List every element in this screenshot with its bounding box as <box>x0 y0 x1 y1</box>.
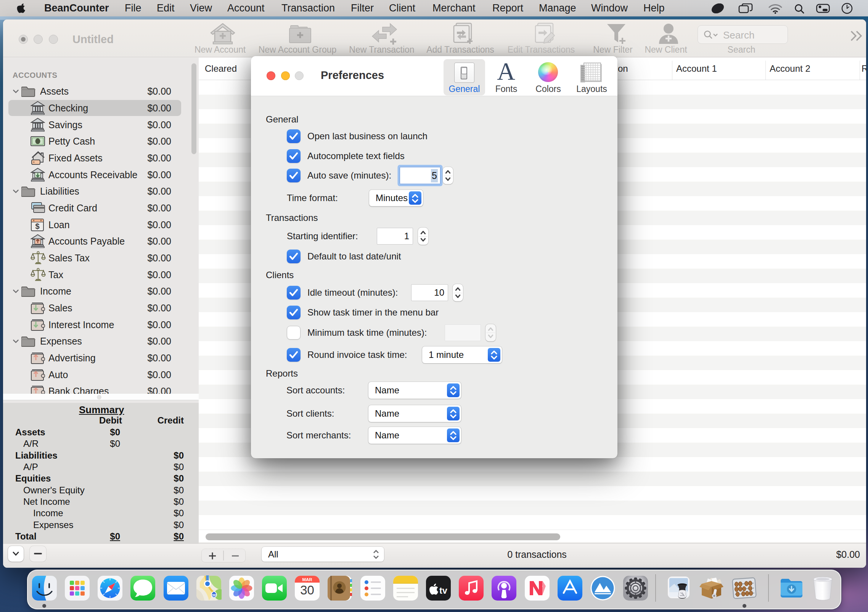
svg-text:30: 30 <box>300 583 314 597</box>
svg-text:$: $ <box>35 222 39 230</box>
svg-text:280: 280 <box>211 593 217 597</box>
svg-text:MAR: MAR <box>302 577 312 582</box>
svg-text:tv: tv <box>439 586 447 596</box>
